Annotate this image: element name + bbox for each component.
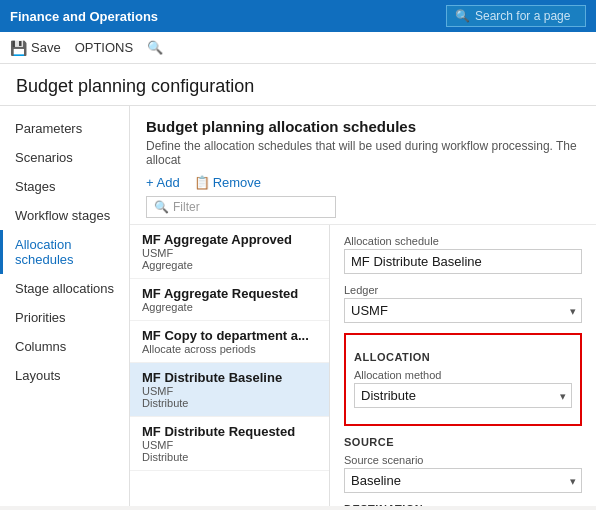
ledger-select-wrapper: USMF	[344, 298, 582, 323]
list-item-sub2: Aggregate	[142, 301, 317, 313]
remove-icon: 📋	[194, 175, 210, 190]
list-item-name: MF Distribute Baseline	[142, 370, 317, 385]
options-label: OPTIONS	[75, 40, 134, 55]
content-area: Budget planning allocation schedules Def…	[130, 106, 596, 506]
search-icon: 🔍	[455, 9, 470, 23]
nav-item-parameters[interactable]: Parameters	[0, 114, 129, 143]
content-header: Budget planning allocation schedules Def…	[130, 106, 596, 225]
nav-item-stages[interactable]: Stages	[0, 172, 129, 201]
ledger-group: Ledger USMF	[344, 284, 582, 323]
allocation-method-label: Allocation method	[354, 369, 572, 381]
options-button[interactable]: OPTIONS	[75, 40, 134, 55]
toolbar-search-icon: 🔍	[147, 40, 163, 55]
list-item-sub1: USMF	[142, 439, 317, 451]
global-search[interactable]: 🔍 Search for a page	[446, 5, 586, 27]
source-section: SOURCE Source scenario Baseline	[344, 436, 582, 493]
nav-item-scenarios[interactable]: Scenarios	[0, 143, 129, 172]
destination-section-label: DESTINATION	[344, 503, 582, 506]
allocation-section: ALLOCATION Allocation method Distribute …	[344, 333, 582, 426]
ledger-label: Ledger	[344, 284, 582, 296]
nav-item-workflow-stages[interactable]: Workflow stages	[0, 201, 129, 230]
save-button[interactable]: 💾 Save	[10, 40, 61, 56]
source-scenario-select[interactable]: Baseline	[344, 468, 582, 493]
app-title: Finance and Operations	[10, 9, 158, 24]
list-item-name: MF Copy to department a...	[142, 328, 317, 343]
remove-label: Remove	[213, 175, 261, 190]
source-scenario-group: Source scenario Baseline	[344, 454, 582, 493]
list-item[interactable]: MF Aggregate Approved USMF Aggregate	[130, 225, 329, 279]
list-item-name: MF Distribute Requested	[142, 424, 317, 439]
nav-item-layouts[interactable]: Layouts	[0, 361, 129, 390]
allocation-schedule-label: Allocation schedule	[344, 235, 582, 247]
list-item[interactable]: MF Copy to department a... Allocate acro…	[130, 321, 329, 363]
allocation-schedule-group: Allocation schedule	[344, 235, 582, 274]
add-button[interactable]: + Add	[146, 175, 180, 190]
source-scenario-select-wrapper: Baseline	[344, 468, 582, 493]
destination-section: DESTINATION Destination scenario Baselin…	[344, 503, 582, 506]
remove-button[interactable]: 📋 Remove	[194, 175, 261, 190]
section-title: Budget planning allocation schedules	[146, 118, 580, 135]
list-item-sub2: Distribute	[142, 397, 317, 409]
toolbar-actions: + Add 📋 Remove	[146, 175, 580, 190]
list-item-sub1: USMF	[142, 385, 317, 397]
nav-item-priorities[interactable]: Priorities	[0, 303, 129, 332]
list-item[interactable]: MF Aggregate Requested Aggregate	[130, 279, 329, 321]
allocation-section-label: ALLOCATION	[354, 351, 572, 363]
list-item-sub2: Aggregate	[142, 259, 317, 271]
list-item-sub1: USMF	[142, 247, 317, 259]
ledger-select[interactable]: USMF	[344, 298, 582, 323]
list-item-selected[interactable]: MF Distribute Baseline USMF Distribute	[130, 363, 329, 417]
page-title-bar: Budget planning configuration	[0, 64, 596, 106]
toolbar: 💾 Save OPTIONS 🔍	[0, 32, 596, 64]
detail-panel: Allocation schedule Ledger USMF ALLOCATI…	[330, 225, 596, 506]
page-title: Budget planning configuration	[16, 76, 580, 97]
section-description: Define the allocation schedules that wil…	[146, 139, 580, 167]
allocation-method-select-wrapper: Distribute Aggregate Allocate across per…	[354, 383, 572, 408]
list-item[interactable]: MF Distribute Requested USMF Distribute	[130, 417, 329, 471]
filter-placeholder: Filter	[173, 200, 200, 214]
list-item-sub2: Distribute	[142, 451, 317, 463]
source-section-label: SOURCE	[344, 436, 582, 448]
list-item-name: MF Aggregate Requested	[142, 286, 317, 301]
left-nav: Parameters Scenarios Stages Workflow sta…	[0, 106, 130, 506]
split-area: MF Aggregate Approved USMF Aggregate MF …	[130, 225, 596, 506]
top-bar: Finance and Operations 🔍 Search for a pa…	[0, 0, 596, 32]
search-toolbar-button[interactable]: 🔍	[147, 40, 163, 55]
allocation-method-select[interactable]: Distribute Aggregate Allocate across per…	[354, 383, 572, 408]
items-list: MF Aggregate Approved USMF Aggregate MF …	[130, 225, 330, 506]
list-item-name: MF Aggregate Approved	[142, 232, 317, 247]
allocation-method-group: Allocation method Distribute Aggregate A…	[354, 369, 572, 408]
list-item-sub2: Allocate across periods	[142, 343, 317, 355]
nav-item-allocation-schedules[interactable]: Allocation schedules	[0, 230, 129, 274]
nav-item-stage-allocations[interactable]: Stage allocations	[0, 274, 129, 303]
filter-input[interactable]: 🔍 Filter	[146, 196, 336, 218]
search-placeholder: Search for a page	[475, 9, 570, 23]
filter-icon: 🔍	[154, 200, 169, 214]
nav-item-columns[interactable]: Columns	[0, 332, 129, 361]
save-icon: 💾	[10, 40, 27, 56]
add-label: + Add	[146, 175, 180, 190]
allocation-schedule-input[interactable]	[344, 249, 582, 274]
source-scenario-label: Source scenario	[344, 454, 582, 466]
save-label: Save	[31, 40, 61, 55]
main-layout: Parameters Scenarios Stages Workflow sta…	[0, 106, 596, 506]
